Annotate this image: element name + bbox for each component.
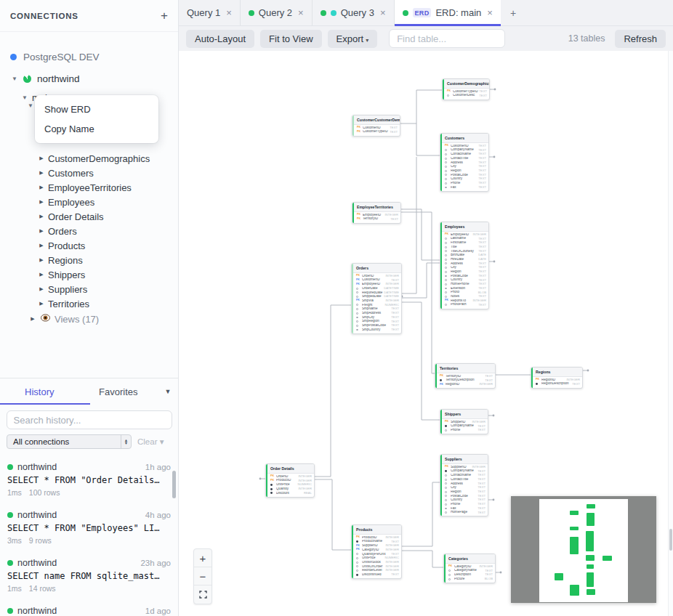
foreign-key-icon: FK bbox=[356, 283, 361, 286]
sidebar-item-employeeterritories[interactable]: ▶EmployeeTerritories bbox=[0, 180, 178, 195]
minimap-table-block bbox=[587, 572, 594, 587]
chevron-right-icon[interactable]: ▶ bbox=[36, 199, 47, 205]
fit-to-view-button[interactable]: Fit to View bbox=[260, 30, 321, 48]
erd-table-customercustomerdemo[interactable]: CustomerCustomerDemoPKCustomerIDTEXTPKCu… bbox=[352, 115, 400, 137]
sidebar-scrollbar-thumb[interactable] bbox=[172, 471, 176, 498]
auto-layout-button[interactable]: Auto-Layout bbox=[186, 30, 254, 48]
column-name: OrderID bbox=[276, 475, 297, 479]
canvas-scrollbar-track[interactable] bbox=[668, 51, 673, 616]
sidebar-item-products[interactable]: ▶Products bbox=[0, 238, 178, 253]
search-history-input[interactable] bbox=[7, 410, 172, 429]
clear-history-button[interactable]: Clear ▾ bbox=[137, 437, 164, 447]
tab-history[interactable]: History bbox=[0, 386, 79, 397]
tab-label: ERD: main bbox=[435, 7, 481, 18]
tab-query-1[interactable]: Query 1× bbox=[179, 0, 241, 25]
views-item[interactable]: ▶ Views (17) bbox=[0, 311, 178, 327]
erd-table-territories[interactable]: TerritoriesPKTerritoryIDTEXTTerritoryDes… bbox=[435, 363, 496, 389]
column-name: Picture bbox=[454, 578, 484, 581]
export-button[interactable]: Export▾ bbox=[328, 30, 378, 48]
erd-relationship-edge bbox=[416, 123, 440, 155]
chevron-right-icon[interactable]: ▶ bbox=[36, 243, 47, 248]
column-type: DATETIME bbox=[384, 295, 399, 298]
primary-key-icon: PK bbox=[445, 421, 450, 423]
erd-table-regions[interactable]: RegionsPKRegionIDINTEGERRegionDescriptio… bbox=[531, 367, 583, 389]
sidebar-item-order-details[interactable]: ▶Order Details bbox=[0, 209, 178, 224]
erd-table-orders[interactable]: OrdersPKOrderIDINTEGERFKCustomerIDTEXTFK… bbox=[351, 263, 402, 334]
column-type: REAL bbox=[304, 492, 312, 495]
chevron-right-icon[interactable]: ▶ bbox=[36, 170, 47, 176]
green-status-dot-icon bbox=[403, 10, 408, 16]
sidebar-item-suppliers[interactable]: ▶Suppliers bbox=[0, 282, 178, 296]
chevron-right-icon[interactable]: ▶ bbox=[36, 257, 47, 263]
chevron-down-icon[interactable]: ▼ bbox=[28, 102, 33, 109]
sidebar-item-regions[interactable]: ▶Regions bbox=[0, 253, 178, 267]
context-menu-item-show-erd[interactable]: Show ERD bbox=[35, 100, 158, 119]
erd-table-customers[interactable]: CustomersPKCustomerIDTEXTCompanyNameTEXT… bbox=[440, 133, 489, 192]
chevron-right-icon[interactable]: ▶ bbox=[36, 228, 47, 234]
column-type: BLOB bbox=[485, 578, 493, 580]
sidebar-item-employees[interactable]: ▶Employees bbox=[0, 195, 178, 209]
sidebar-item-customerdemographics[interactable]: ▶CustomerDemographics bbox=[0, 151, 178, 166]
column-type: TEXT bbox=[572, 383, 580, 386]
chevron-right-icon[interactable]: ▶ bbox=[36, 301, 47, 307]
chevron-right-icon[interactable]: ▶ bbox=[36, 214, 47, 219]
zoom-out-button[interactable]: − bbox=[194, 567, 211, 585]
history-entry[interactable]: northwind1d ago bbox=[0, 599, 178, 616]
fullscreen-button[interactable] bbox=[194, 585, 211, 604]
context-menu-item-copy-name[interactable]: Copy Name bbox=[35, 119, 158, 139]
refresh-button[interactable]: Refresh bbox=[615, 30, 666, 48]
canvas-scrollbar-thumb[interactable] bbox=[669, 529, 672, 551]
tab-query-2[interactable]: Query 2× bbox=[241, 0, 313, 25]
sidebar-item-territories[interactable]: ▶Territories bbox=[0, 296, 178, 311]
erd-table-categories[interactable]: CategoriesPKCategoryIDINTEGERCategoryNam… bbox=[443, 554, 496, 583]
nullable-icon bbox=[447, 94, 452, 97]
history-entry[interactable]: northwind1h agoSELECT * FROM "Order Deta… bbox=[0, 455, 178, 503]
minimap[interactable] bbox=[511, 496, 656, 603]
close-icon[interactable]: × bbox=[487, 7, 493, 18]
not-null-icon bbox=[356, 574, 361, 576]
sidebar-item-customers[interactable]: ▶Customers bbox=[0, 166, 178, 180]
table-columns: PKRegionIDINTEGERRegionDescriptionTEXT bbox=[531, 377, 582, 388]
database-item[interactable]: ▼ northwind bbox=[0, 68, 178, 89]
sidebar-item-orders[interactable]: ▶Orders bbox=[0, 224, 178, 238]
erd-table-shippers[interactable]: ShippersPKShipperIDINTEGERCompanyNameTEX… bbox=[440, 409, 488, 434]
tab-erd-main[interactable]: ERDERD: main× bbox=[395, 0, 501, 25]
connection-item[interactable]: PostgreSQL DEV bbox=[0, 45, 178, 68]
erd-table-products[interactable]: ProductsPKProductIDINTEGERProductNameTEX… bbox=[351, 524, 402, 579]
new-tab-button[interactable]: + bbox=[501, 0, 525, 25]
minimap-viewport[interactable] bbox=[539, 499, 628, 602]
chevron-right-icon[interactable]: ▶ bbox=[36, 286, 47, 292]
sidebar-item-shippers[interactable]: ▶Shippers bbox=[0, 267, 178, 282]
chevron-down-icon[interactable]: ▼ bbox=[19, 94, 31, 101]
erd-table-employees[interactable]: EmployeesPKEmployeeIDINTEGERLastNameTEXT… bbox=[440, 222, 489, 309]
chevron-down-icon[interactable]: ▼ bbox=[9, 76, 20, 82]
erd-table-customerdemographics[interactable]: CustomerDemographicsPKCustomerTypeIDTEXT… bbox=[442, 78, 490, 100]
chevron-right-icon[interactable]: ▶ bbox=[36, 272, 47, 277]
tab-favorites[interactable]: Favorites bbox=[79, 386, 158, 397]
primary-key-icon: PK bbox=[536, 378, 541, 381]
column-name: ShipRegion bbox=[362, 320, 390, 323]
chevron-right-icon[interactable]: ▶ bbox=[36, 185, 47, 190]
erd-table-suppliers[interactable]: SuppliersPKSupplierIDINTEGERCompanyNameT… bbox=[440, 454, 488, 516]
filter-caret-icon[interactable]: ▼ bbox=[158, 388, 178, 395]
add-connection-icon[interactable]: + bbox=[161, 9, 168, 22]
green-status-dot bbox=[7, 512, 13, 518]
erd-table-employeeterritories[interactable]: EmployeeTerritoriesPKEmployeeIDINTEGERPK… bbox=[352, 202, 401, 224]
close-icon[interactable]: × bbox=[226, 7, 232, 18]
close-icon[interactable]: × bbox=[298, 7, 304, 18]
green-status-dot bbox=[7, 608, 13, 614]
column-type: TEXT bbox=[478, 241, 486, 244]
history-tabs: History Favorites ▼ bbox=[0, 378, 178, 405]
chevron-right-icon[interactable]: ▶ bbox=[28, 316, 38, 322]
close-icon[interactable]: × bbox=[380, 7, 386, 18]
find-table-input[interactable] bbox=[389, 29, 505, 48]
history-entry[interactable]: northwind4h agoSELECT * FROM "Employees"… bbox=[0, 503, 178, 551]
column-row: DiscountREAL bbox=[266, 491, 314, 495]
erd-table-order-details[interactable]: Order DetailsPKOrderIDINTEGERPKProductID… bbox=[265, 463, 315, 498]
zoom-in-button[interactable]: + bbox=[194, 549, 211, 567]
tab-query-3[interactable]: Query 3× bbox=[313, 0, 395, 25]
erd-canvas[interactable]: CustomerDemographicsPKCustomerTypeIDTEXT… bbox=[179, 51, 673, 616]
history-entry[interactable]: northwind23h agoSELECT name FROM sqlite_… bbox=[0, 551, 178, 599]
chevron-right-icon[interactable]: ▶ bbox=[36, 155, 47, 161]
connection-filter-select[interactable]: All connections ▲▼ bbox=[7, 434, 132, 449]
